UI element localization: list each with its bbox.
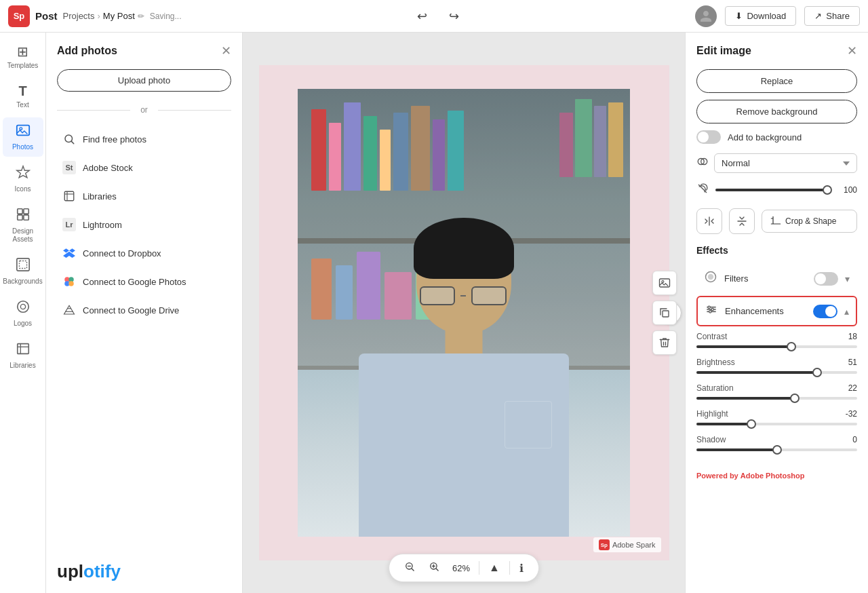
zoom-chevron-up[interactable]: ▲ — [485, 559, 504, 577]
libraries-sidebar-icon — [16, 341, 31, 360]
google-drive-icon — [62, 303, 76, 317]
sidebar-item-backgrounds[interactable]: Backgrounds — [3, 252, 43, 291]
sidebar-item-libraries[interactable]: Libraries — [3, 336, 43, 375]
source-lightroom[interactable]: Lr Lightroom — [57, 211, 231, 238]
watermark-text: Adobe Spark — [612, 541, 656, 549]
filters-toggle[interactable] — [814, 272, 838, 286]
brightness-track[interactable] — [696, 371, 857, 374]
watermark: Sp Adobe Spark — [593, 537, 661, 552]
google-photos-label: Connect to Google Photos — [83, 277, 186, 287]
shadow-track[interactable] — [696, 448, 857, 451]
contrast-fill — [696, 345, 791, 348]
breadcrumb-root[interactable]: Projects — [63, 11, 95, 21]
blend-mode-select[interactable]: Normal Multiply Screen Overlay — [714, 153, 857, 173]
zoom-in-button[interactable] — [425, 558, 443, 577]
contrast-thumb[interactable] — [787, 342, 796, 351]
brightness-label: Brightness — [696, 358, 735, 367]
info-button[interactable]: ℹ — [515, 559, 528, 577]
source-dropbox[interactable]: Connect to Dropbox — [57, 240, 231, 267]
source-google-drive[interactable]: Connect to Google Drive — [57, 296, 231, 324]
highlight-slider-row: Highlight -32 — [696, 409, 857, 425]
image-tool-button[interactable] — [652, 271, 677, 295]
svg-rect-2 — [17, 209, 22, 214]
lightroom-icon: Lr — [62, 218, 76, 231]
saturation-thumb[interactable] — [790, 394, 800, 403]
sidebar-libraries-label: Libraries — [9, 362, 35, 370]
source-google-photos[interactable]: Connect to Google Photos — [57, 268, 231, 295]
flip-horizontal-button[interactable] — [696, 208, 722, 234]
filters-chevron[interactable]: ▾ — [845, 273, 850, 284]
opacity-slider-thumb[interactable] — [823, 185, 832, 195]
powered-by-brand: Adobe Photoshop — [741, 472, 805, 480]
highlight-track[interactable] — [696, 423, 857, 425]
icons-icon — [16, 165, 31, 183]
download-button[interactable]: ⬇ Download — [725, 6, 796, 26]
powered-by-text: Powered by — [696, 472, 738, 480]
sidebar-item-icons[interactable]: Icons — [3, 159, 43, 199]
adobe-stock-icon: St — [62, 161, 76, 174]
edit-panel-close-button[interactable]: ✕ — [847, 43, 857, 58]
saturation-value: 22 — [848, 383, 857, 393]
sidebar-item-design-assets[interactable]: Design Assets — [3, 202, 43, 249]
highlight-thumb[interactable] — [747, 419, 756, 429]
upload-photo-button[interactable]: Upload photo — [57, 69, 231, 92]
undo-button[interactable]: ↩ — [412, 6, 433, 26]
sidebar-item-logos[interactable]: Logos — [3, 294, 43, 333]
panel-close-button[interactable]: ✕ — [221, 43, 231, 58]
zoom-out-button[interactable] — [400, 558, 419, 577]
crop-shape-button[interactable]: Crop & Shape — [762, 210, 857, 233]
sidebar-item-photos[interactable]: Photos — [3, 117, 43, 157]
add-to-background-toggle[interactable] — [696, 130, 721, 144]
dropbox-icon — [62, 246, 76, 260]
brightness-thumb[interactable] — [812, 368, 822, 377]
share-button[interactable]: ↗ Share — [804, 6, 860, 26]
source-adobe-stock[interactable]: St Adobe Stock — [57, 154, 231, 181]
shadow-thumb[interactable] — [772, 445, 782, 455]
saving-indicator: Saving... — [150, 12, 182, 21]
sidebar-logos-label: Logos — [14, 320, 32, 328]
source-find-free-photos[interactable]: Find free photos — [57, 126, 231, 153]
zoom-level: 62% — [449, 563, 473, 573]
saturation-track[interactable] — [696, 397, 857, 400]
svg-rect-14 — [64, 191, 74, 201]
libraries-icon — [62, 189, 76, 203]
blend-mode-row: Normal Multiply Screen Overlay — [696, 153, 857, 173]
highlight-label: Highlight — [696, 409, 728, 419]
dropbox-label: Connect to Dropbox — [83, 248, 161, 259]
shadow-value: 0 — [852, 435, 857, 444]
enhancements-toggle[interactable] — [813, 305, 837, 318]
source-libraries[interactable]: Libraries — [57, 183, 231, 210]
google-drive-label: Connect to Google Drive — [83, 305, 179, 315]
add-to-background-row: Add to background — [696, 130, 857, 144]
delete-tool-button[interactable] — [652, 330, 677, 355]
share-label: Share — [826, 11, 850, 21]
templates-icon: ⊞ — [17, 43, 28, 60]
opacity-slider-track[interactable] — [715, 189, 831, 191]
svg-point-9 — [20, 304, 25, 309]
sidebar-design-assets-label: Design Assets — [5, 227, 41, 244]
breadcrumb-separator: › — [97, 11, 100, 21]
or-divider: or — [57, 105, 231, 115]
edit-panel-header: Edit image ✕ — [696, 43, 857, 58]
watermark-logo: Sp — [599, 539, 610, 550]
shadow-fill — [696, 448, 777, 451]
svg-rect-10 — [17, 344, 28, 354]
effects-section-title: Effects — [696, 245, 857, 256]
replace-button[interactable]: Replace — [696, 69, 857, 93]
canvas-area[interactable]: Sp Adobe Spark + 62 — [243, 33, 685, 593]
user-avatar[interactable] — [695, 5, 717, 27]
duplicate-tool-button[interactable] — [652, 301, 677, 325]
edit-title-icon[interactable]: ✏ — [138, 12, 144, 21]
text-icon: T — [18, 83, 26, 99]
contrast-track[interactable] — [696, 345, 857, 348]
crop-shape-label: Crop & Shape — [785, 216, 836, 226]
sidebar-item-text[interactable]: T Text — [3, 78, 43, 115]
enhancements-chevron[interactable]: ▴ — [844, 306, 849, 317]
redo-button[interactable]: ↪ — [443, 6, 465, 26]
topbar-right: ⬇ Download ↗ Share — [695, 5, 860, 27]
remove-background-button[interactable]: Remove background — [696, 100, 857, 123]
flip-vertical-button[interactable] — [729, 208, 755, 234]
sidebar-item-templates[interactable]: ⊞ Templates — [3, 38, 43, 75]
topbar: Sp Post Projects › My Post ✏ Saving... ↩… — [0, 0, 868, 33]
svg-point-29 — [708, 274, 713, 280]
